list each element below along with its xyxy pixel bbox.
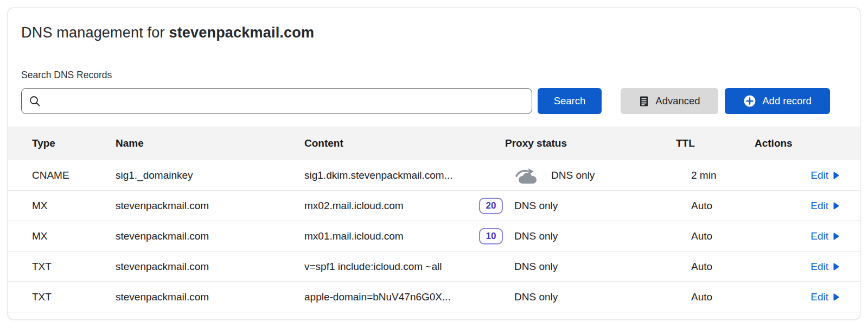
edit-link-label: Edit (810, 169, 828, 181)
record-ttl: Auto (676, 200, 755, 212)
table-row: CNAME sig1._domainkey sig1.dkim.stevenpa… (8, 160, 860, 191)
dns-management-card: DNS management for stevenpackmail.com Se… (8, 8, 860, 319)
edit-record-link[interactable]: Edit (810, 261, 839, 273)
record-actions-cell: Edit (755, 261, 839, 273)
edit-link-label: Edit (810, 261, 828, 273)
column-header-content: Content (304, 137, 505, 149)
table-row: TXT stevenpackmail.com v=spf1 include:ic… (8, 251, 860, 282)
search-dns-records-label: Search DNS Records (21, 70, 847, 81)
proxy-status-cell: DNS only (505, 291, 676, 303)
column-header-actions: Actions (755, 137, 839, 149)
right-triangle-icon (833, 172, 839, 179)
search-button[interactable]: Search (538, 88, 602, 114)
proxy-status-cell: DNS only (505, 261, 676, 273)
page-title-prefix: DNS management for (21, 24, 165, 41)
proxy-status-cell: DNS only (505, 200, 676, 212)
table-header-row: Type Name Content Proxy status TTL Actio… (8, 127, 860, 160)
record-type: TXT (32, 291, 116, 303)
record-name: stevenpackmail.com (116, 200, 304, 212)
record-name: stevenpackmail.com (116, 291, 304, 303)
column-header-proxy-status: Proxy status (505, 137, 676, 149)
record-name: stevenpackmail.com (116, 230, 304, 242)
dns-only-cloud-icon (514, 167, 541, 184)
record-actions-cell: Edit (755, 200, 839, 212)
add-record-button-label: Add record (762, 95, 812, 107)
mx-priority-badge: 10 (479, 228, 503, 244)
record-actions-cell: Edit (755, 230, 839, 242)
search-button-label: Search (554, 95, 586, 107)
proxy-status-text: DNS only (551, 169, 595, 181)
record-content: v=spf1 include:icloud.com ~all (304, 261, 442, 273)
advanced-button[interactable]: Advanced (621, 88, 718, 114)
right-triangle-icon (833, 232, 839, 240)
record-ttl: 2 min (676, 169, 755, 181)
proxy-status-cell: DNS only (505, 230, 676, 242)
proxy-status-text: DNS only (514, 230, 558, 242)
edit-record-link[interactable]: Edit (810, 169, 839, 181)
record-type: TXT (32, 261, 116, 273)
page-title-domain: stevenpackmail.com (169, 24, 314, 41)
table-row: MX stevenpackmail.com mx02.mail.icloud.c… (8, 191, 860, 221)
record-type: CNAME (32, 169, 116, 181)
record-actions-cell: Edit (755, 169, 839, 181)
right-triangle-icon (833, 263, 839, 271)
record-ttl: Auto (676, 291, 755, 303)
record-content-cell: apple-domain=bNuV47n6G0X... (304, 291, 505, 303)
record-content-cell: v=spf1 include:icloud.com ~all (304, 261, 505, 273)
record-ttl: Auto (676, 261, 755, 273)
record-content: mx02.mail.icloud.com (304, 200, 404, 212)
document-list-icon (639, 96, 649, 107)
mx-priority-badge: 20 (479, 198, 503, 214)
edit-link-label: Edit (810, 200, 828, 212)
edit-record-link[interactable]: Edit (810, 200, 839, 212)
record-content: sig1.dkim.stevenpackmail.com... (304, 169, 453, 181)
right-triangle-icon (833, 293, 839, 301)
record-content: apple-domain=bNuV47n6G0X... (304, 291, 451, 303)
right-triangle-icon (833, 202, 839, 210)
column-header-type: Type (32, 137, 116, 149)
search-controls-row: Search Advanced Add recor (21, 88, 830, 114)
table-row: TXT stevenpackmail.com apple-domain=bNuV… (8, 282, 860, 312)
edit-record-link[interactable]: Edit (810, 291, 839, 303)
advanced-button-label: Advanced (655, 95, 700, 107)
record-content-cell: sig1.dkim.stevenpackmail.com... (304, 169, 505, 181)
proxy-status-text: DNS only (514, 200, 558, 212)
plus-circle-icon (743, 95, 756, 108)
table-row: MX stevenpackmail.com mx01.mail.icloud.c… (8, 221, 860, 251)
edit-record-link[interactable]: Edit (810, 230, 839, 242)
record-actions-cell: Edit (755, 291, 839, 303)
proxy-status-cell: DNS only (505, 167, 676, 184)
record-content: mx01.mail.icloud.com (304, 230, 404, 242)
page-title: DNS management for stevenpackmail.com (21, 24, 847, 41)
search-input[interactable] (21, 88, 532, 114)
edit-link-label: Edit (810, 291, 828, 303)
record-name: stevenpackmail.com (116, 261, 304, 273)
record-name: sig1._domainkey (116, 169, 304, 181)
record-content-cell: mx01.mail.icloud.com 10 (304, 228, 505, 244)
record-ttl: Auto (676, 230, 755, 242)
dns-records-table: Type Name Content Proxy status TTL Actio… (8, 127, 860, 312)
record-content-cell: mx02.mail.icloud.com 20 (304, 198, 505, 214)
record-type: MX (32, 230, 116, 242)
add-record-button[interactable]: Add record (725, 88, 830, 114)
column-header-name: Name (116, 137, 304, 149)
proxy-status-text: DNS only (514, 261, 558, 273)
proxy-status-text: DNS only (514, 291, 558, 303)
edit-link-label: Edit (810, 230, 828, 242)
search-box (21, 88, 532, 114)
column-header-ttl: TTL (676, 137, 755, 149)
record-type: MX (32, 200, 116, 212)
